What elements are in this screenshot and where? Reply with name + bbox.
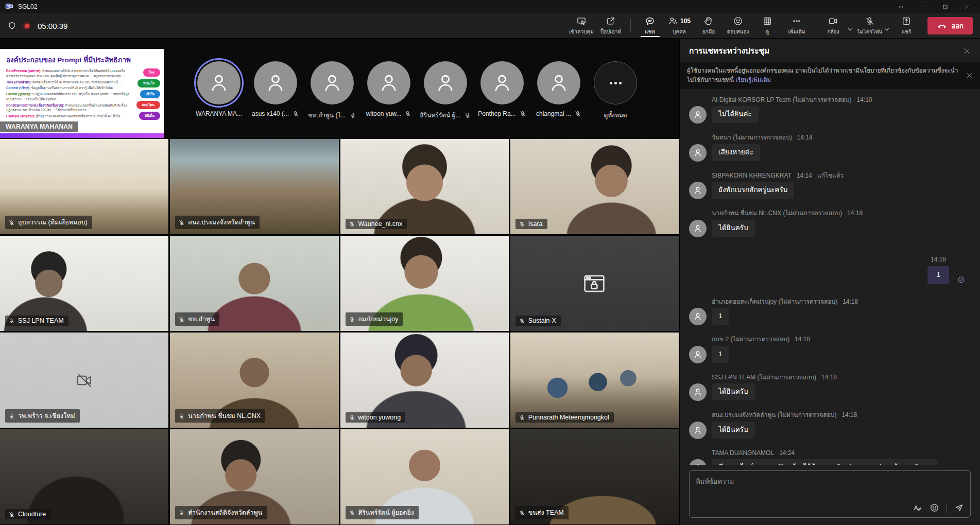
chat-message-list: AI Digital KORSOR LP Team (ไม่ผ่านการตรว…: [680, 89, 980, 465]
message-author: SSJ LPN TEAM (ไม่ผ่านการตรวจสอบ): [712, 374, 816, 382]
avatar: [689, 383, 707, 401]
participant-avatar-item[interactable]: witoon yuw...: [367, 61, 411, 120]
microphone-button[interactable]: ไมโครโฟน: [855, 13, 885, 38]
tile-name-chip: สนง.ประมงจังหวัดลำพูน: [175, 216, 260, 229]
video-tile[interactable]: นายกำพน ชื่นชม NL.CNX: [170, 332, 338, 428]
person-icon: [490, 71, 514, 95]
participant-avatar-item[interactable]: ขท.ลำพูน (ไ...: [310, 61, 354, 120]
seen-check-icon: [957, 275, 966, 284]
notice-close-button[interactable]: [966, 72, 973, 79]
tile-name-chip: witoon yuwong: [346, 412, 406, 423]
video-tile[interactable]: วพ.พร้าว จ.เชียงใหม่: [0, 332, 168, 428]
share-button[interactable]: แชร์: [892, 13, 921, 38]
take-control-button[interactable]: เข้าควบคุม: [567, 13, 596, 38]
avatar: [689, 182, 707, 199]
mic-muted-icon: [8, 318, 15, 324]
message-author: TAMA DUANGNAMOL: [712, 449, 774, 458]
people-icon: [668, 16, 678, 26]
tile-name-chip: สิรินทร์รัตน์ ผู้ยอดยิ่ง: [346, 506, 419, 519]
popout-button[interactable]: ป็อปเอาท์: [596, 13, 626, 38]
message-bubble: 1: [712, 308, 729, 325]
react-button[interactable]: ตอบสนอง: [724, 13, 753, 38]
window-close-button[interactable]: [964, 4, 971, 10]
send-message-icon[interactable]: [954, 503, 964, 513]
video-tile[interactable]: Isara: [510, 139, 679, 234]
chat-message: อำเภอดอยสะเก็ดม่วนjoy (ไม่ผ่านการตรวจสอบ…: [689, 298, 971, 329]
window-more-button[interactable]: [898, 4, 904, 10]
learn-more-link[interactable]: เรียนรู้เพิ่มเติม: [735, 77, 771, 83]
view-all-button[interactable]: ดูทั้งหมด: [593, 61, 638, 120]
leave-meeting-button[interactable]: ออก: [927, 17, 973, 34]
chat-message: กบข 2 (ไม่ผ่านการตรวจสอบ) 14:18 1: [689, 336, 971, 367]
chat-message: 14:18 1: [689, 256, 966, 288]
raise-hand-icon: [703, 16, 714, 26]
mic-muted-icon: [292, 110, 299, 117]
video-tile[interactable]: Cloudture: [0, 429, 168, 524]
participant-avatar-item[interactable]: asus x140 (...: [253, 61, 298, 120]
participant-avatar-item[interactable]: chiangmai ...: [537, 61, 581, 120]
chat-message: TAMA DUANGNAMOL 14:24 ทีมออนไลน์ รบกวนเป…: [689, 449, 971, 465]
slide-bullet: Task (งาน/คำสั่ง): สิ่งที่คุณต้องการให้ …: [6, 80, 131, 85]
person-icon: [693, 425, 703, 435]
message-input[interactable]: [690, 471, 970, 502]
ellipsis-icon: [792, 16, 802, 26]
avatar: [689, 144, 707, 162]
shared-screen-thumbnail[interactable]: องค์ประกอบของ Prompt ที่มีประสิทธิภาพ Ro…: [0, 49, 164, 138]
participant-avatar-item[interactable]: สิรินทร์รัตน์ ผู้...: [423, 61, 468, 120]
format-pen-icon[interactable]: [913, 503, 922, 513]
chat-close-button[interactable]: [963, 47, 971, 55]
video-tile[interactable]: SSJ LPN TEAM: [0, 236, 168, 331]
tile-name-chip: อุบลวรรณ (ทีมเสือหมอบ): [5, 216, 92, 229]
person-icon: [693, 110, 703, 120]
view-button[interactable]: ดู: [753, 13, 782, 38]
video-tile[interactable]: Waunee_nl.cnx: [340, 139, 509, 234]
video-tile[interactable]: witoon yuwong: [340, 332, 509, 428]
message-bubble: ยังพักเบรกสักครู่นะครับ: [712, 182, 794, 199]
message-bubble: ได้ยินครับ: [712, 383, 755, 400]
mic-muted-icon: [8, 511, 15, 518]
video-tile[interactable]: ขท.ลำพูน: [170, 236, 338, 331]
video-tile[interactable]: Sustain-X: [510, 236, 679, 331]
window-minimize-button[interactable]: [920, 4, 926, 10]
video-tile[interactable]: ขนส่ง TEAM: [510, 429, 679, 524]
tile-name-chip: อมก๋อยม่วนjoy: [346, 312, 403, 326]
view-label: ดู: [766, 28, 769, 36]
chat-message: SSJ LPN TEAM (ไม่ผ่านการตรวจสอบ) 14:18 ไ…: [689, 374, 971, 405]
mic-muted-icon: [8, 219, 15, 226]
person-icon: [434, 71, 457, 95]
message-bubble: ได้ยินครับ: [712, 422, 755, 439]
video-tile[interactable]: อมก๋อยม่วนjoy: [340, 236, 509, 331]
mic-muted-icon: [349, 316, 355, 323]
slide-pill-list: ใครทำอะไรเข้าใจแบบไหนมีทีเด็ด: [136, 68, 160, 120]
video-tile[interactable]: สำนักงานสถิติจังหวัดลำพูน: [170, 429, 338, 524]
video-tile[interactable]: สนง.ประมงจังหวัดลำพูน: [170, 139, 338, 234]
person-icon: [320, 71, 344, 95]
stage-area: องค์ประกอบของ Prompt ที่มีประสิทธิภาพ Ro…: [0, 39, 679, 525]
person-icon: [377, 71, 401, 95]
security-shield-icon: [7, 21, 16, 30]
emoji-picker-icon[interactable]: [930, 503, 939, 513]
more-options-button[interactable]: เพิ่มเติม: [782, 13, 812, 38]
participant-avatar-item[interactable]: WARANYA MA...: [197, 61, 241, 120]
chat-button[interactable]: แชท: [635, 13, 665, 38]
people-button[interactable]: 105 บุคคล: [665, 13, 694, 38]
mic-muted-icon: [519, 414, 525, 421]
recording-indicator-icon: [23, 22, 31, 30]
tile-participant-name: SSJ LPN TEAM: [18, 317, 64, 324]
window-maximize-button[interactable]: [942, 4, 949, 10]
video-tile[interactable]: สิรินทร์รัตน์ ผู้ยอดยิ่ง: [340, 429, 509, 524]
video-tile[interactable]: อุบลวรรณ (ทีมเสือหมอบ): [0, 139, 168, 234]
mic-muted-icon: [8, 413, 15, 419]
external-users-notice: ผู้ใช้บางคนในแชทนี้อยู่นอกองค์กรของคุณ อ…: [680, 62, 980, 89]
grid-view-icon: [762, 16, 772, 26]
participant-avatar-item[interactable]: Ponthep Ra...: [480, 61, 524, 120]
camera-button[interactable]: กล้อง: [819, 13, 848, 38]
tile-participant-name: Sustain-X: [528, 317, 556, 324]
participant-count: 105: [680, 18, 691, 25]
participant-name: WARANYA MA...: [196, 110, 242, 117]
video-tile[interactable]: Punnarath Meteerojmongkol: [510, 332, 679, 428]
avatar: [254, 61, 297, 104]
chat-message: นายกำพน ชื่นชม NL.CNX (ไม่ผ่านการตรวจสอบ…: [689, 209, 971, 241]
raise-hand-button[interactable]: ยกมือ: [694, 13, 724, 38]
hangup-icon: [937, 21, 947, 31]
